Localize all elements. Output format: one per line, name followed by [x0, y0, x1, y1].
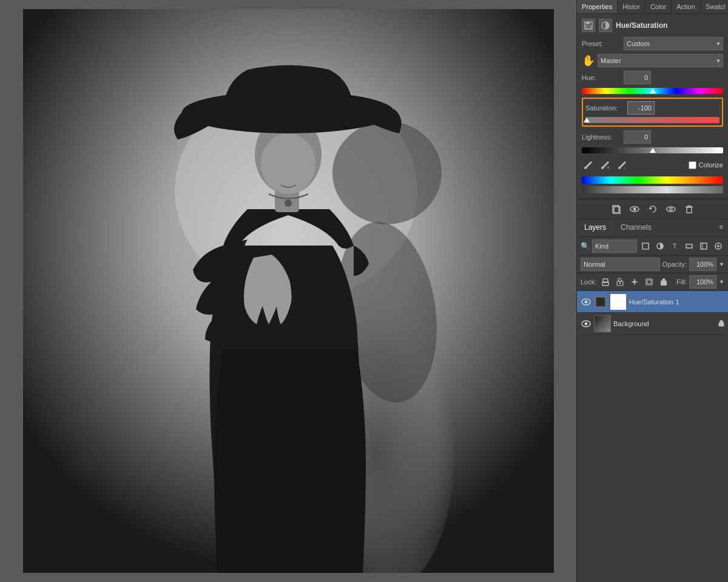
tab-channels[interactable]: Channels	[613, 219, 659, 236]
layers-filter-row: 🔍 Kind Name Effect	[577, 237, 728, 256]
channel-select[interactable]: Master Reds Yellows Greens Cyans Blues M…	[598, 54, 723, 67]
properties-panel: Hue/Saturation Preset: Custom Default ▼ …	[577, 14, 728, 199]
filter-toggle-btn[interactable]	[712, 240, 724, 252]
color-bar-gray	[582, 186, 723, 193]
svg-rect-29	[642, 243, 649, 249]
filter-shape-btn[interactable]	[683, 240, 695, 252]
properties-title: Hue/Saturation	[616, 21, 667, 30]
tab-color[interactable]: Color	[645, 0, 672, 13]
layers-menu-icon[interactable]: ≡	[715, 219, 728, 236]
fill-chevron[interactable]: ▼	[719, 279, 724, 285]
lightness-value-input[interactable]	[624, 130, 651, 144]
properties-save-icon[interactable]	[582, 19, 595, 32]
svg-rect-45	[661, 281, 667, 286]
filter-smart-btn[interactable]	[698, 240, 710, 252]
delete-icon-btn[interactable]	[683, 203, 695, 215]
fill-input[interactable]	[689, 275, 716, 289]
lock-all-btn[interactable]	[658, 276, 669, 287]
opacity-row: Opacity: ▼	[662, 258, 724, 271]
layer-eye-hue-sat[interactable]	[581, 296, 592, 307]
canvas-frame	[23, 9, 554, 573]
colorize-input[interactable]	[689, 161, 696, 169]
hue-slider-thumb[interactable]	[650, 89, 656, 93]
tab-swatches[interactable]: Swatcl	[701, 0, 728, 13]
tab-layers[interactable]: Layers	[577, 219, 613, 236]
lock-image-btn[interactable]	[615, 276, 625, 287]
visibility-toggle-btn[interactable]	[629, 203, 641, 215]
filter-icon: 🔍	[581, 242, 590, 250]
layer-adjustment-icon	[594, 295, 607, 309]
saturation-slider-thumb[interactable]	[584, 118, 590, 122]
color-bar-rainbow	[582, 176, 723, 184]
canvas-area	[0, 0, 576, 582]
opacity-chevron[interactable]: ▼	[719, 261, 724, 267]
preset-label: Preset:	[582, 40, 621, 47]
tab-action[interactable]: Action	[672, 0, 701, 13]
colorize-label[interactable]: Colorize	[699, 161, 723, 169]
hue-row: Hue:	[582, 71, 723, 84]
eyedropper-sub-btn[interactable]: -	[616, 158, 629, 172]
lock-transparent-btn[interactable]	[600, 276, 611, 287]
eyedropper-add-btn[interactable]: +	[599, 158, 612, 172]
svg-rect-52	[719, 323, 724, 327]
filter-kind-wrapper: Kind Name Effect	[592, 239, 637, 253]
svg-point-24	[667, 207, 675, 212]
hand-tool-icon[interactable]: ✋	[582, 54, 595, 67]
canvas-image	[23, 9, 554, 573]
svg-point-47	[585, 300, 588, 303]
filter-type-btn[interactable]: T	[669, 240, 681, 252]
layers-tabs: Layers Channels ≡	[577, 219, 728, 237]
layer-item-hue-saturation[interactable]: Hue/Saturation 1	[577, 291, 728, 313]
hue-slider-track[interactable]	[582, 88, 723, 94]
preset-select[interactable]: Custom Default	[624, 37, 723, 50]
filter-icons-row: T	[639, 240, 724, 252]
layer-thumb-background	[594, 315, 611, 332]
opacity-input[interactable]	[689, 258, 716, 271]
tools-row: + - Colorize	[582, 158, 723, 172]
preset-row: Preset: Custom Default ▼	[582, 37, 723, 50]
saturation-section: Saturation:	[582, 98, 723, 127]
svg-point-51	[585, 322, 588, 325]
layer-item-background[interactable]: Background	[577, 313, 728, 335]
eye-toggle-btn[interactable]	[665, 203, 677, 215]
layer-eye-background[interactable]	[581, 318, 592, 329]
saturation-value-input[interactable]	[627, 101, 655, 115]
hue-value-input[interactable]	[624, 71, 651, 84]
opacity-label: Opacity:	[662, 261, 687, 268]
tab-properties[interactable]: Properties	[577, 0, 618, 13]
panel-top-tabs: Properties Histor Color Action Swatcl	[577, 0, 728, 14]
lock-label: Lock:	[581, 278, 596, 286]
eyedropper-btn[interactable]	[582, 158, 595, 172]
lock-row: Lock:	[577, 273, 728, 291]
svg-rect-26	[687, 207, 692, 213]
svg-point-15	[601, 167, 604, 169]
filter-pixel-btn[interactable]	[639, 240, 652, 252]
filter-adjustment-btn[interactable]	[654, 240, 666, 252]
blend-mode-select[interactable]: Normal Multiply Screen Overlay	[581, 258, 660, 271]
saturation-label: Saturation:	[585, 104, 625, 112]
tab-history[interactable]: Histor	[618, 0, 645, 13]
fill-row: Fill: ▼	[676, 275, 724, 289]
lock-artboard-btn[interactable]	[644, 276, 655, 287]
fill-label: Fill:	[676, 278, 687, 286]
refresh-btn[interactable]	[647, 203, 659, 215]
svg-rect-11	[586, 22, 590, 24]
properties-header: Hue/Saturation	[582, 19, 723, 32]
svg-text:-: -	[624, 165, 625, 170]
layer-thumb-hue-sat	[610, 293, 627, 310]
lightness-label: Lightness:	[582, 133, 621, 141]
svg-marker-23	[650, 207, 652, 210]
blend-mode-wrapper: Normal Multiply Screen Overlay	[581, 258, 660, 271]
right-panel: Properties Histor Color Action Swatcl	[576, 0, 728, 582]
filter-kind-select[interactable]: Kind Name Effect	[592, 239, 637, 253]
lightness-slider-track[interactable]	[582, 147, 723, 153]
properties-adjustment-icon[interactable]	[599, 19, 612, 32]
lightness-section	[582, 147, 723, 153]
svg-rect-12	[586, 26, 591, 28]
svg-point-25	[670, 208, 672, 210]
saturation-slider-track[interactable]	[585, 117, 720, 123]
new-layer-icon-btn[interactable]	[610, 203, 622, 215]
lock-position-btn[interactable]	[629, 276, 640, 287]
color-bar-section	[582, 176, 723, 193]
lightness-slider-thumb[interactable]	[650, 148, 656, 153]
